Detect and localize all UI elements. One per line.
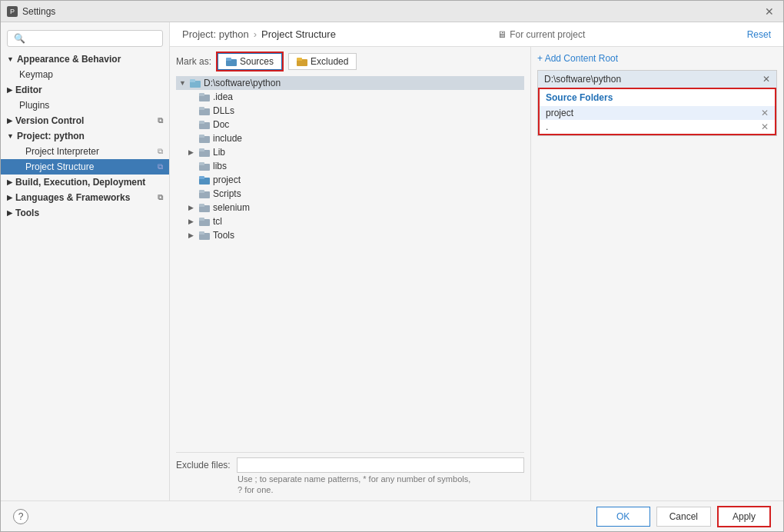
tree-root-item[interactable]: ▼ D:\software\python	[176, 76, 524, 90]
mark-as-bar: Mark as: Sources Excluded	[176, 53, 524, 70]
tree-item[interactable]: Scripts	[176, 187, 524, 201]
source-item: . ✕	[540, 120, 775, 134]
tree-item-label: Tools	[213, 230, 234, 241]
tree-item[interactable]: ▶ Tools	[176, 228, 524, 242]
expand-arrow: ▶	[188, 204, 196, 211]
source-folders-header: Source Folders	[540, 89, 775, 106]
main-area: Project: python › Project Structure 🖥 Fo…	[170, 22, 783, 500]
sources-label: Sources	[240, 56, 274, 67]
expand-arrow: ▶	[188, 218, 196, 225]
source-item-name: .	[546, 121, 548, 132]
sidebar-item-label: Project: python	[17, 131, 85, 141]
sidebar-item-label: Tools	[15, 208, 39, 218]
exclude-files-label: Exclude files:	[176, 460, 231, 470]
copy-icon: ⧉	[158, 147, 163, 156]
main-header: Project: python › Project Structure 🖥 Fo…	[170, 22, 783, 47]
tree-item-label: .idea	[213, 91, 233, 102]
sources-folder-icon	[199, 176, 210, 185]
expand-arrow: ▶	[188, 148, 196, 156]
sidebar-item-keymap[interactable]: Keymap	[1, 67, 169, 82]
tree-item[interactable]: libs	[176, 159, 524, 173]
exclude-row: Exclude files:	[176, 457, 524, 473]
breadcrumb-project[interactable]: Project: python	[182, 28, 249, 40]
sidebar-item-languages[interactable]: ▶ Languages & Frameworks ⧉	[1, 190, 169, 205]
sidebar-item-label: Editor	[15, 85, 42, 95]
tree-item-label: Lib	[213, 147, 225, 158]
folder-icon	[199, 190, 210, 198]
help-button[interactable]: ?	[13, 509, 28, 524]
folder-icon	[199, 218, 210, 226]
app-icon: P	[7, 6, 18, 17]
cancel-button[interactable]: Cancel	[656, 507, 711, 527]
source-item: project ✕	[540, 106, 775, 120]
sidebar-item-label: Keymap	[19, 69, 53, 80]
tree-item[interactable]: ▶ selenium	[176, 201, 524, 214]
copy-icon: ⧉	[158, 116, 163, 125]
sidebar-item-editor[interactable]: ▶ Editor	[1, 82, 169, 98]
main-body: Mark as: Sources Excluded	[170, 47, 783, 500]
add-content-root-button[interactable]: + Add Content Root	[537, 53, 777, 64]
sources-folder-icon	[226, 58, 237, 66]
sidebar-item-project-python[interactable]: ▼ Project: python	[1, 128, 169, 144]
content-root-header: D:\software\python ✕	[538, 71, 776, 88]
sidebar-item-project-structure[interactable]: Project Structure ⧉	[1, 159, 169, 175]
source-item-remove[interactable]: ✕	[761, 121, 769, 132]
sidebar-item-plugins[interactable]: Plugins	[1, 98, 169, 113]
sidebar-item-build-execution[interactable]: ▶ Build, Execution, Deployment	[1, 175, 169, 190]
reset-button[interactable]: Reset	[747, 29, 771, 40]
exclude-files-section: Exclude files: Use ; to separate name pa…	[176, 452, 524, 494]
tree-item-label: tcl	[213, 216, 222, 227]
folder-icon	[199, 121, 210, 129]
content-root-path: D:\software\python	[544, 74, 621, 85]
tree-item-label: DLLs	[213, 105, 234, 116]
sidebar-item-label: Project Structure	[25, 161, 94, 172]
sidebar-item-version-control[interactable]: ▶ Version Control ⧉	[1, 113, 169, 128]
tree-item[interactable]: project	[176, 173, 524, 187]
sidebar-item-appearance[interactable]: ▼ Appearance & Behavior	[1, 52, 169, 67]
tree-root-label: D:\software\python	[204, 78, 281, 88]
folder-icon	[199, 231, 210, 240]
search-box[interactable]: 🔍	[7, 30, 163, 47]
project-panel: Mark as: Sources Excluded	[170, 47, 531, 500]
arrow-icon: ▶	[7, 86, 12, 94]
tree-item[interactable]: ▶ tcl	[176, 214, 524, 228]
settings-window: P Settings ✕ 🔍 ▼ Appearance & Behavior K…	[0, 0, 784, 532]
source-item-remove[interactable]: ✕	[761, 108, 769, 118]
main-content: 🔍 ▼ Appearance & Behavior Keymap ▶ Edito…	[1, 22, 783, 500]
breadcrumb-page: Project Structure	[261, 28, 336, 40]
bottom-bar: ? OK Cancel Apply	[1, 500, 783, 531]
arrow-icon: ▶	[7, 178, 12, 186]
monitor-icon: 🖥	[497, 29, 507, 40]
close-button[interactable]: ✕	[762, 4, 777, 19]
apply-button[interactable]: Apply	[717, 506, 771, 527]
tree-item-label: Scripts	[213, 188, 241, 199]
exclude-hint: Use ; to separate name patterns, * for a…	[176, 473, 524, 484]
folder-icon	[199, 135, 210, 143]
for-current-label: For current project	[510, 29, 585, 40]
sidebar-item-label: Plugins	[19, 100, 49, 111]
sidebar: 🔍 ▼ Appearance & Behavior Keymap ▶ Edito…	[1, 22, 170, 500]
sidebar-item-label: Languages & Frameworks	[15, 192, 130, 203]
source-folders-box: Source Folders project ✕ . ✕	[538, 88, 776, 135]
right-panel: + Add Content Root D:\software\python ✕ …	[531, 47, 783, 500]
window-title: Settings	[22, 6, 55, 17]
folder-icon	[199, 93, 210, 101]
tree-item[interactable]: include	[176, 131, 524, 145]
tree-item-label: libs	[213, 161, 227, 171]
sidebar-item-project-interpreter[interactable]: Project Interpreter ⧉	[1, 144, 169, 159]
excluded-button[interactable]: Excluded	[288, 53, 357, 70]
breadcrumb: Project: python › Project Structure	[182, 28, 336, 40]
tree-item[interactable]: ▶ Lib	[176, 145, 524, 159]
arrow-icon: ▶	[7, 209, 12, 217]
sources-button[interactable]: Sources	[218, 53, 282, 70]
content-root-close[interactable]: ✕	[762, 74, 770, 85]
tree-item[interactable]: .idea	[176, 90, 524, 104]
tree-item[interactable]: DLLs	[176, 104, 524, 118]
tree-item-label: selenium	[213, 202, 250, 213]
exclude-files-input[interactable]	[237, 457, 524, 473]
sidebar-item-label: Project Interpreter	[25, 146, 99, 157]
ok-button[interactable]: OK	[596, 507, 650, 527]
sidebar-item-tools[interactable]: ▶ Tools	[1, 205, 169, 221]
tree-item-label: Doc	[213, 119, 229, 130]
tree-item[interactable]: Doc	[176, 118, 524, 131]
